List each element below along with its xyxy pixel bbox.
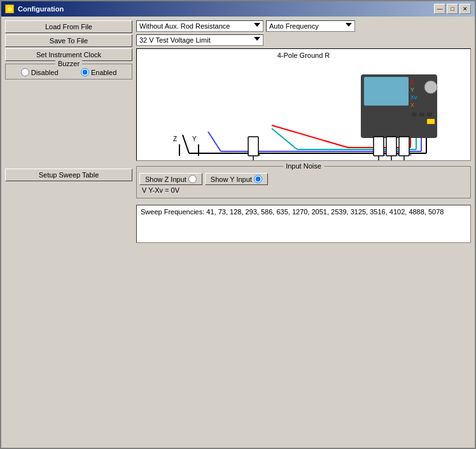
buzzer-group: Buzzer Disabled Enabled (5, 64, 132, 79)
buzzer-disabled-radio[interactable] (21, 68, 29, 76)
window-title: Configuration (18, 5, 64, 13)
buzzer-disabled-group: Disabled (21, 68, 59, 76)
rod-resistance-select[interactable]: Without Aux. Rod Resistance With Aux. Ro… (136, 20, 263, 32)
show-z-input-button[interactable]: Show Z Input (139, 173, 202, 185)
show-y-input-button[interactable]: Show Y Input (205, 173, 268, 185)
circuit-diagram: Z Y Xv X (157, 62, 450, 160)
z-probe-label: Z (173, 135, 177, 142)
save-to-file-button[interactable]: Save To File (5, 34, 132, 47)
show-z-input-label: Show Z Input (145, 176, 186, 183)
setup-btn-area: Setup Sweep Table (5, 166, 132, 243)
buzzer-label: Buzzer (55, 60, 82, 67)
load-from-file-button[interactable]: Load From File (5, 20, 132, 33)
set-instrument-clock-button[interactable]: Set Instrument Clock (5, 48, 132, 61)
btn2 (419, 113, 424, 116)
diagram-area: 4-Pole Ground R Z Y Xv X (136, 48, 471, 161)
title-bar-left: ⚙ Configuration (5, 4, 64, 13)
title-bar: ⚙ Configuration — □ ✕ (1, 1, 475, 17)
re1-symbol (248, 137, 258, 156)
window-icon: ⚙ (5, 4, 14, 13)
buzzer-controls: Disabled Enabled (10, 68, 128, 76)
re2-symbol (374, 137, 384, 156)
left-panel: Load From File Save To File Set Instrume… (5, 20, 132, 161)
btn3 (427, 113, 432, 116)
noise-controls: Show Z Input Show Y Input (139, 173, 468, 185)
minimize-button[interactable]: — (434, 4, 445, 14)
re4-symbol (399, 137, 409, 156)
diagram-title: 4-Pole Ground R (137, 49, 470, 62)
setup-sweep-table-button[interactable]: Setup Sweep Table (5, 169, 132, 181)
buzzer-enabled-group: Enabled (81, 68, 116, 76)
z-wire-diag (272, 125, 348, 148)
top-area: Load From File Save To File Set Instrume… (5, 20, 471, 161)
knob (424, 81, 437, 93)
sweep-frequencies-box: Sweep Frequencies: 41, 73, 128, 293, 586… (136, 205, 471, 243)
re3-symbol (386, 137, 396, 156)
buzzer-enabled-label: Enabled (91, 69, 116, 76)
show-z-radio[interactable] (188, 175, 197, 183)
xv-label: Xv (410, 94, 417, 100)
buzzer-disabled-label: Disabled (31, 69, 59, 76)
z-label: Z (410, 79, 414, 85)
instrument-screen (364, 77, 409, 106)
btn1 (412, 113, 417, 116)
noise-panel: Input Noise Show Z Input Show Y Input V … (136, 166, 471, 198)
indicator (427, 119, 435, 124)
sweep-area: Sweep Frequencies: 41, 73, 128, 293, 586… (136, 205, 471, 243)
noise-value: V Y-Xv = 0V (139, 185, 468, 195)
x-label: X (410, 102, 414, 108)
show-y-input-label: Show Y Input (211, 176, 252, 183)
bottom-area: Setup Sweep Table Input Noise Show Z Inp… (5, 166, 471, 243)
title-buttons: — □ ✕ (434, 4, 471, 14)
y-probe-label: Y (192, 135, 197, 142)
y-label: Y (410, 86, 414, 93)
frequency-select[interactable]: Auto Frequency Manual Frequency (266, 20, 355, 32)
voltage-select[interactable]: 32 V Test Voltage Limit 64 V Test Voltag… (136, 34, 263, 46)
main-window: ⚙ Configuration — □ ✕ Load From File Sav… (0, 0, 476, 449)
right-panel: Without Aux. Rod Resistance With Aux. Ro… (136, 20, 471, 161)
noise-label: Input Noise (283, 162, 324, 170)
main-content: Load From File Save To File Set Instrume… (1, 17, 475, 448)
black-wire-diag (183, 135, 189, 153)
buzzer-enabled-radio[interactable] (81, 68, 89, 76)
close-button[interactable]: ✕ (459, 4, 471, 14)
dropdowns-row: Without Aux. Rod Resistance With Aux. Ro… (136, 20, 471, 32)
show-y-radio[interactable] (254, 175, 262, 183)
maximize-button[interactable]: □ (447, 4, 458, 14)
blue-wire-diag (208, 132, 221, 151)
